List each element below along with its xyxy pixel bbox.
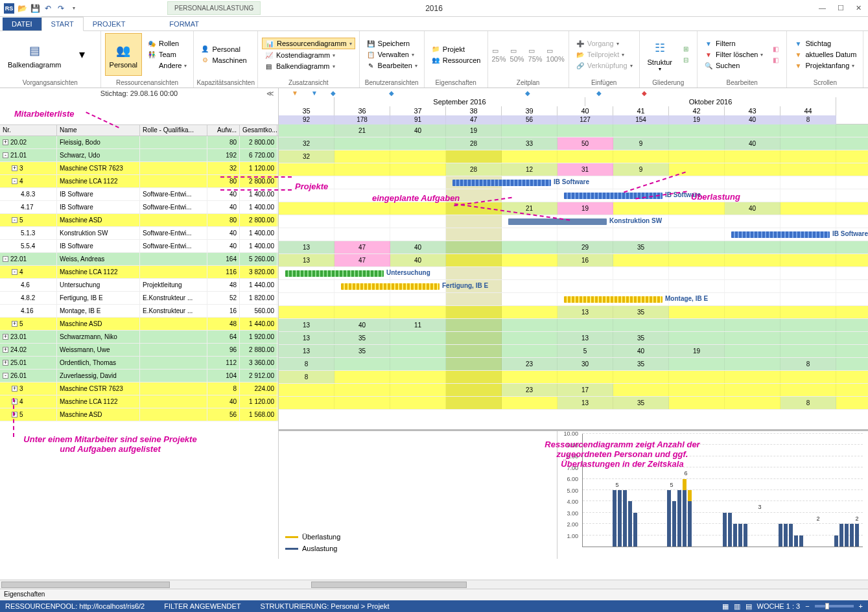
timeline-row[interactable]: 134011	[279, 319, 868, 332]
table-row[interactable]: -4Maschine LCA 11221163 820.00	[0, 266, 278, 279]
table-row[interactable]: 4.17IB SoftwareSoftware-Entwi...401 400.…	[0, 201, 278, 214]
timeline-row[interactable]: 1347402935	[279, 241, 868, 254]
expand-toggle[interactable]: +	[12, 165, 18, 171]
table-row[interactable]: 4.8.2Fertigung, IB EE.Konstrukteur ...52…	[0, 292, 278, 305]
col-role[interactable]: Rolle - Qualifika...	[140, 125, 207, 135]
table-row[interactable]: -5Maschine ASD802 800.00	[0, 214, 278, 227]
expand-toggle[interactable]: +	[12, 399, 18, 405]
qat-more-icon[interactable]: ▾	[69, 3, 79, 14]
expand-toggle[interactable]: +	[12, 321, 18, 327]
timeline-row[interactable]: 214019	[279, 124, 868, 137]
task-bar[interactable]	[452, 180, 551, 186]
struktur-button[interactable]: ☷Struktur▾	[644, 33, 677, 76]
timeline-body[interactable]: 21401932283350940322812319IB SoftwareIB …	[279, 124, 868, 429]
stichtag-button[interactable]: ▼Stichtag	[791, 38, 859, 49]
zoom-in-icon[interactable]: +	[859, 602, 863, 610]
expand-toggle[interactable]: +	[12, 412, 18, 418]
zoom-50[interactable]: ▭50%	[510, 47, 524, 63]
expand-toggle[interactable]: +	[3, 139, 8, 145]
projekt-button[interactable]: 📁Projekt	[428, 44, 484, 54]
timeline-row[interactable]: 8	[279, 371, 868, 384]
expand-toggle[interactable]: +	[12, 386, 18, 392]
zoom-25[interactable]: ▭25%	[492, 47, 506, 63]
table-row[interactable]: 5.1.3Konstruktion SWSoftware-Entwi...401…	[0, 227, 278, 240]
highlight1-button[interactable]: ◧	[768, 44, 782, 54]
filtern-button[interactable]: ▼Filtern	[701, 38, 766, 49]
timeline-row[interactable]: Fertigung, IB E	[279, 280, 868, 293]
expand-toggle[interactable]: -	[12, 217, 18, 223]
suchen-button[interactable]: 🔍Suchen	[701, 60, 766, 71]
table-row[interactable]: +5Maschine ASD561 568.00	[0, 408, 278, 421]
task-bar[interactable]	[285, 270, 384, 277]
task-bar[interactable]	[731, 231, 830, 238]
expand-toggle[interactable]: -	[12, 178, 18, 184]
ressourcen-button[interactable]: 👥Ressourcen	[428, 55, 484, 65]
table-row[interactable]: 4.8.3IB SoftwareSoftware-Entwi...401 400…	[0, 188, 278, 201]
task-bar[interactable]	[564, 296, 663, 303]
expand-toggle[interactable]: -	[3, 152, 8, 158]
timeline-row[interactable]: Untersuchung	[279, 267, 868, 280]
table-row[interactable]: +3Maschine CSTR 7623321 120.00	[0, 162, 278, 175]
expand-all-button[interactable]: ⊞	[679, 44, 693, 54]
ressourcendiagramm-button[interactable]: 📊Ressourcendiagramm	[262, 38, 355, 49]
kostendiagramm-button[interactable]: 📈Kostendiagramm	[262, 50, 355, 60]
timeline-row[interactable]: 13351335	[279, 332, 868, 345]
minimize-icon[interactable]: —	[819, 4, 826, 12]
table-row[interactable]: 4.6UntersuchungProjektleitung481 440.00	[0, 279, 278, 292]
highlight2-button[interactable]: ◧	[768, 55, 782, 65]
status-view2-icon[interactable]: ▥	[734, 602, 740, 611]
timeline-row[interactable]: 32	[279, 150, 868, 163]
timeline-row[interactable]: IB Software	[279, 228, 868, 241]
table-row[interactable]: +23.01Schwarzmann, Niko641 920.00	[0, 331, 278, 344]
col-kosten[interactable]: Gesamtko...	[240, 125, 277, 135]
timeline-row[interactable]: 2812319	[279, 163, 868, 176]
timeline-row[interactable]: 2317	[279, 384, 868, 397]
table-row[interactable]: +24.02Weissmann, Uwe962 880.00	[0, 344, 278, 357]
task-bar[interactable]	[508, 218, 607, 225]
table-row[interactable]: 4.16Montage, IB EE.Konstrukteur ...16560…	[0, 305, 278, 318]
timeline-row[interactable]: 13358	[279, 397, 868, 410]
rollen-button[interactable]: 🎭Rollen	[145, 38, 189, 49]
andere-button[interactable]: Andere	[145, 60, 189, 71]
vorgang-more-button[interactable]: ▾	[68, 33, 97, 76]
datum-button[interactable]: ▼aktuelles Datum	[791, 49, 859, 60]
timeline-row[interactable]: Konstruktion SW	[279, 215, 868, 228]
tab-start[interactable]: START	[41, 17, 84, 31]
verwalten-button[interactable]: 📋Verwalten	[364, 49, 420, 60]
kap-personal-button[interactable]: 👤Personal	[198, 44, 249, 54]
status-view3-icon[interactable]: ▤	[745, 602, 752, 611]
open-icon[interactable]: 📂	[17, 3, 27, 14]
table-row[interactable]: -4Maschine LCA 1122802 800.00	[0, 175, 278, 188]
table-row[interactable]: 5.5.4IB SoftwareSoftware-Entwi...401 400…	[0, 240, 278, 253]
table-row[interactable]: +3Maschine CSTR 76238224.00	[0, 383, 278, 395]
task-bar[interactable]	[341, 283, 440, 290]
balkendiagramm-button[interactable]: ▤Balkendiagramm	[4, 33, 65, 76]
col-nr[interactable]: Nr.	[0, 125, 57, 135]
table-row[interactable]: -22.01Weiss, Andreas1645 260.00	[0, 253, 278, 266]
collapse-all-button[interactable]: ⊟	[679, 55, 693, 65]
tab-file[interactable]: DATEI	[3, 18, 41, 30]
collapse-left-icon[interactable]: ≪	[266, 89, 274, 98]
timeline-row[interactable]: 211940	[279, 202, 868, 215]
expand-toggle[interactable]: +	[3, 347, 8, 353]
filter-loeschen-button[interactable]: ▼Filter löschen	[701, 49, 766, 60]
table-row[interactable]: +4Maschine LCA 1122401 120.00	[0, 395, 278, 408]
table-row[interactable]: +5Maschine ASD481 440.00	[0, 318, 278, 331]
status-view1-icon[interactable]: ▦	[722, 602, 729, 611]
expand-toggle[interactable]: -	[3, 256, 8, 262]
team-button[interactable]: 👫Team	[145, 49, 189, 60]
expand-toggle[interactable]: +	[3, 334, 8, 340]
task-bar[interactable]	[564, 193, 663, 199]
redo-icon[interactable]: ↷	[56, 3, 66, 14]
maximize-icon[interactable]: ☐	[838, 4, 844, 12]
zoom-slider[interactable]	[815, 605, 854, 607]
expand-toggle[interactable]: -	[12, 269, 18, 275]
expand-toggle[interactable]: -	[3, 373, 8, 379]
timeline-row[interactable]: 82330358	[279, 358, 868, 371]
expand-toggle[interactable]: +	[3, 360, 8, 366]
horizontal-scrollbar[interactable]	[0, 580, 868, 589]
table-row[interactable]: -26.01Zuverlaessig, David1042 912.00	[0, 370, 278, 383]
speichern-button[interactable]: 💾Speichern	[364, 38, 420, 49]
properties-bar[interactable]: Eigenschaften	[0, 589, 868, 600]
zoom-out-icon[interactable]: −	[805, 602, 809, 610]
